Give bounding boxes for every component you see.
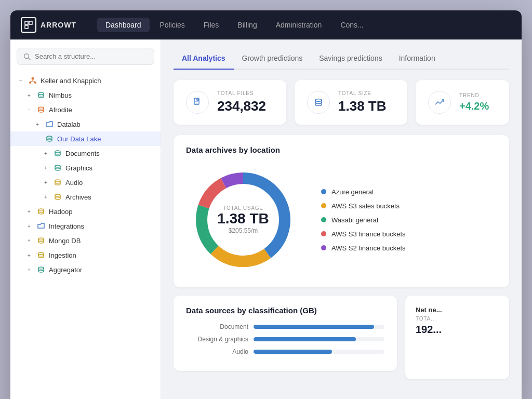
tree-item-keller[interactable]: − Keller and Knappich [10, 73, 161, 88]
tree-icon-datalab [45, 119, 54, 129]
tree-label-afrodite: Afrodite [49, 106, 154, 114]
legend-item-3: AWS S3 finance buckets [321, 230, 406, 238]
svg-rect-1 [29, 21, 32, 24]
logo-text: ARROWT [41, 21, 76, 29]
bar-chart-card: Data sources by classification (GB) Docu… [174, 296, 397, 371]
bar-label-2: Audio [186, 348, 248, 355]
nav-dashboard[interactable]: Dashboard [97, 18, 150, 32]
stat-card-size: TOTAL SIZE 1.38 TB [295, 80, 407, 125]
stats-row: TOTAL FILES 234,832 TOTAL SIZE [174, 80, 509, 125]
tree-item-nimbus[interactable]: + Nimbus [10, 88, 161, 102]
nav-billing[interactable]: Billing [229, 18, 265, 32]
tree-toggle-datalab[interactable]: + [33, 120, 42, 128]
tree-toggle-afrodite[interactable]: − [25, 105, 33, 114]
bar-row-1: Design & graphics [186, 336, 384, 343]
legend-item-1: AWS S3 sales buckets [321, 202, 406, 210]
svg-point-21 [38, 267, 44, 269]
stat-trend-value: +4.2% [459, 100, 489, 112]
bar-chart-title: Data sources by classification (GB) [186, 306, 384, 315]
tree-item-integrations[interactable]: + Integrations [10, 219, 161, 233]
tree-toggle-hadoop[interactable]: + [25, 207, 33, 216]
tree-toggle-graphics[interactable]: + [42, 164, 50, 172]
tree-item-archives[interactable]: + Archives [10, 190, 161, 204]
legend-dot-2 [321, 217, 326, 222]
tree-icon-mongo-db [36, 236, 46, 245]
stat-size-info: TOTAL SIZE 1.38 TB [338, 90, 387, 114]
svg-point-6 [29, 82, 31, 84]
tree-item-afrodite[interactable]: − Afrodite [10, 102, 161, 117]
bar-label-0: Document [186, 323, 248, 330]
tree-toggle-nimbus[interactable]: + [25, 91, 33, 99]
stat-trend-info: TREND +4.2% [459, 92, 489, 112]
tree-label-audio: Audio [65, 179, 154, 187]
legend-item-0: Azure general [321, 188, 406, 196]
tree-toggle-mongo-db[interactable]: + [25, 236, 33, 245]
tree-item-aggregator[interactable]: + Aggregator [10, 262, 161, 277]
tree-toggle-aggregator[interactable]: + [25, 265, 33, 274]
tree-item-graphics[interactable]: + Graphics [10, 161, 161, 175]
bar-container: Document Design & graphics Audio [186, 323, 384, 355]
tree-label-mongo-db: Mongo DB [49, 237, 154, 245]
nav-policies[interactable]: Policies [152, 18, 193, 32]
tree-label-ingestion: Ingestion [49, 251, 154, 259]
nav-files[interactable]: Files [195, 18, 228, 32]
legend-label-1: AWS S3 sales buckets [331, 202, 400, 210]
donut-chart-card: Data archives by location [174, 135, 509, 287]
tree-item-our-data-lake[interactable]: − Our Data Lake [10, 131, 161, 146]
tree-label-archives: Archives [65, 193, 154, 201]
legend-item-2: Wasabi general [321, 216, 406, 224]
donut-total-sub: $205.55/m [217, 227, 269, 234]
tree-toggle-our-data-lake[interactable]: − [33, 135, 42, 143]
tab-all-analytics[interactable]: All Analytics [174, 50, 234, 69]
tree-toggle-archives[interactable]: + [42, 193, 50, 201]
nav-cons[interactable]: Cons... [332, 18, 371, 32]
stat-files-info: TOTAL FILES 234,832 [217, 90, 266, 114]
tab-growth-predictions[interactable]: Growth predictions [234, 50, 311, 69]
svg-point-13 [47, 136, 52, 138]
tree-item-ingestion[interactable]: + Ingestion [10, 248, 161, 262]
tabs: All Analytics Growth predictions Savings… [174, 50, 509, 70]
bar-label-1: Design & graphics [186, 336, 248, 343]
net-value: 192... [416, 324, 499, 336]
tab-information[interactable]: Information [391, 50, 444, 69]
tree-item-hadoop[interactable]: + Hadoop [10, 204, 161, 219]
database-icon [307, 91, 330, 114]
net-total-label: TOTA... [416, 316, 499, 322]
nav-items: Dashboard Policies Files Billing Adminis… [97, 18, 511, 32]
svg-rect-2 [25, 25, 28, 29]
tree-toggle-keller[interactable]: − [17, 76, 25, 85]
stat-size-value: 1.38 TB [338, 98, 387, 114]
net-title: Net ne... [416, 306, 499, 314]
tree-item-documents[interactable]: + Documents [10, 146, 161, 161]
tree-toggle-ingestion[interactable]: + [25, 251, 33, 259]
bar-track-0 [254, 325, 384, 329]
donut-chart-container: TOTAL USAGE 1.38 TB $205.55/m Azure gene… [186, 163, 497, 277]
tree-label-graphics: Graphics [65, 164, 154, 172]
logo-icon [21, 17, 36, 33]
tree-item-mongo-db[interactable]: + Mongo DB [10, 233, 161, 248]
tab-savings-predictions[interactable]: Savings predictions [311, 50, 390, 69]
nav-administration[interactable]: Administration [268, 18, 330, 32]
svg-point-5 [32, 77, 34, 80]
net-card: Net ne... TOTA... 192... [405, 296, 509, 379]
tree-item-audio[interactable]: + Audio [10, 175, 161, 190]
svg-point-19 [38, 238, 44, 240]
svg-line-4 [29, 58, 31, 60]
svg-point-25 [315, 99, 322, 102]
search-input[interactable] [35, 52, 148, 60]
tree-toggle-documents[interactable]: + [42, 149, 50, 157]
tree-item-datalab[interactable]: + Datalab [10, 117, 161, 131]
search-box[interactable] [17, 48, 154, 65]
file-icon [186, 91, 209, 114]
bar-fill-2 [254, 350, 332, 354]
tree-icon-nimbus [36, 90, 46, 100]
tree-toggle-integrations[interactable]: + [25, 222, 33, 230]
svg-point-11 [38, 92, 44, 95]
tree-label-documents: Documents [65, 150, 154, 157]
tree-label-hadoop: Hadoop [49, 208, 154, 216]
tree-toggle-audio[interactable]: + [42, 178, 50, 187]
tree-container: − Keller and Knappich + Nimbus − Afrodit… [10, 73, 161, 277]
stat-files-value: 234,832 [217, 98, 266, 114]
bar-fill-0 [254, 325, 374, 329]
svg-line-10 [33, 81, 35, 82]
